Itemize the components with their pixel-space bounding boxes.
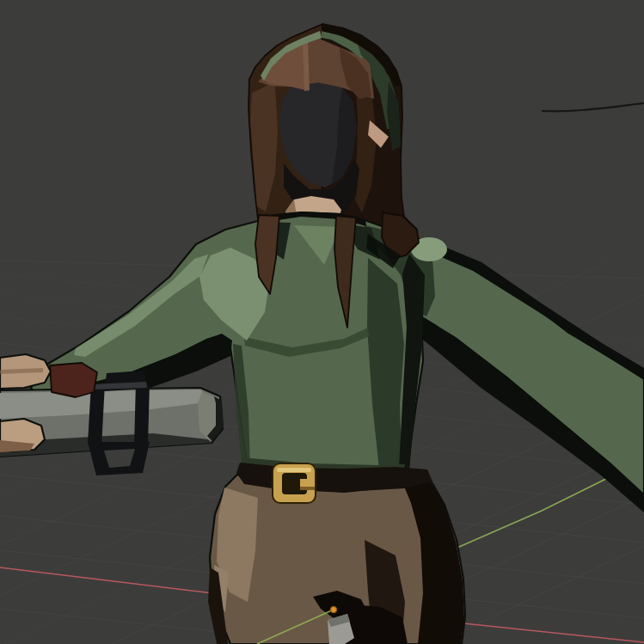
club-strap-right	[134, 382, 150, 448]
buckle-tongue-shadow	[300, 487, 315, 490]
viewport-3d[interactable]	[0, 0, 644, 644]
belt-buckle	[273, 463, 316, 503]
origin-dot[interactable]	[330, 606, 336, 612]
handle-knob	[50, 363, 97, 397]
viewport-canvas[interactable]	[0, 0, 644, 644]
buckle-highlight	[277, 468, 311, 472]
